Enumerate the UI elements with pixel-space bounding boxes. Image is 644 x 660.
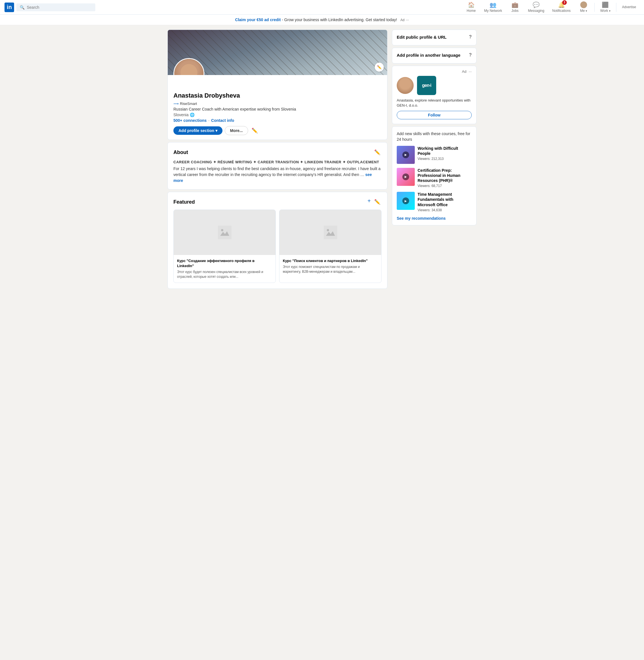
ad-person-avatar xyxy=(397,77,414,94)
notifications-badge: 3 xyxy=(562,0,567,5)
about-header: About ✏️ xyxy=(174,148,382,157)
cover-edit-button[interactable]: ✏️ xyxy=(375,63,384,72)
course-thumb-3: ▶ xyxy=(397,192,415,210)
svg-rect-2 xyxy=(324,226,337,239)
featured-edit-button[interactable]: ✏️ xyxy=(373,198,382,206)
nav-item-notifications[interactable]: 🔔 3 Notifications xyxy=(549,0,574,15)
featured-title: Featured xyxy=(174,199,195,205)
contact-info-link[interactable]: Contact info xyxy=(211,118,234,123)
add-profile-section-button[interactable]: Add profile section ▾ xyxy=(174,127,223,135)
nav-item-advertise[interactable]: Advertise xyxy=(619,4,640,11)
banner-menu-dots[interactable]: ··· xyxy=(406,18,409,22)
ad-follow-button[interactable]: Follow xyxy=(397,111,472,119)
nav-divider-2 xyxy=(616,3,616,12)
search-input[interactable] xyxy=(27,5,92,9)
jobs-icon: 💼 xyxy=(511,1,519,8)
ad-card: Ad ··· gen·i Anastasia, explore relevant… xyxy=(392,66,477,124)
main-column: ✏️ Anastasia Drobysheva ⟿ RiseSmart Russ… xyxy=(167,30,387,289)
edit-profile-label[interactable]: Edit public profile & URL xyxy=(397,35,446,40)
nav-label-advertise: Advertise xyxy=(622,5,636,9)
ad-description: Anastasia, explore relevant opportunitie… xyxy=(397,98,472,108)
add-language-card: Add profile in another language ? xyxy=(392,48,477,64)
course-info-3: Time Management Fundamentals with Micros… xyxy=(418,192,472,212)
about-edit-button[interactable]: ✏️ xyxy=(373,148,382,157)
ad-company-logo-text: gen·i xyxy=(422,83,431,88)
add-section-label: Add profile section xyxy=(179,128,214,133)
edit-pencil-icon: ✏️ xyxy=(252,128,258,133)
avatar-face xyxy=(181,64,198,75)
profile-actions: Add profile section ▾ More... ✏️ xyxy=(174,126,382,135)
profile-title: Russian Career Coach with American exper… xyxy=(174,107,296,111)
nav-item-jobs[interactable]: 💼 Jobs xyxy=(506,0,523,15)
see-recommendations-link[interactable]: See my recommendations xyxy=(397,216,472,221)
search-icon: 🔍 xyxy=(20,5,25,9)
image-placeholder-1 xyxy=(218,226,231,239)
nav-item-messaging[interactable]: 💬 Messaging xyxy=(525,0,548,15)
banner-claim-link[interactable]: Claim your €50 ad credit xyxy=(235,18,281,22)
nav-label-jobs: Jobs xyxy=(511,9,519,13)
play-icon-2: ▶ xyxy=(397,168,415,186)
course-name-3: Time Management Fundamentals with Micros… xyxy=(418,192,472,207)
about-edit-icon: ✏️ xyxy=(374,150,381,155)
profile-card: ✏️ Anastasia Drobysheva ⟿ RiseSmart Russ… xyxy=(167,30,387,140)
course-item-2[interactable]: ▶ Certification Prep: Professional in Hu… xyxy=(397,168,472,188)
course-viewers-1: Viewers: 212,313 xyxy=(418,157,472,161)
profile-location-links: 500+ connections · Contact info xyxy=(174,118,296,123)
featured-grid: Курс "Создание эффективного профиля в Li… xyxy=(174,209,382,283)
svg-point-1 xyxy=(221,229,223,231)
add-language-title: Add profile in another language ? xyxy=(397,52,472,58)
nav-item-home[interactable]: 🏠 Home xyxy=(463,0,480,15)
connections-link[interactable]: 500+ connections xyxy=(174,118,207,123)
nav-item-my-network[interactable]: 👥 My Network xyxy=(481,0,505,15)
nav-item-work[interactable]: ⬛ Work ▾ xyxy=(597,0,614,15)
featured-caption-2: Курс "Поиск клиентов и партнеров в Linke… xyxy=(279,255,381,277)
courses-header: Add new skills with these courses, free … xyxy=(397,131,472,142)
ad-banner: Claim your €50 ad credit - Grow your bus… xyxy=(0,15,644,25)
avatar-image xyxy=(174,59,204,75)
nav-item-me[interactable]: Me ▾ xyxy=(575,0,592,15)
nav-label-work: Work ▾ xyxy=(600,9,611,13)
courses-card: Add new skills with these courses, free … xyxy=(392,127,477,225)
me-avatar xyxy=(580,1,587,8)
globe-icon[interactable]: 🌐 xyxy=(190,113,194,117)
course-thumb-2: ▶ xyxy=(397,168,415,186)
edit-profile-help-icon[interactable]: ? xyxy=(469,35,472,40)
image-placeholder-2 xyxy=(324,226,337,239)
featured-item-2[interactable]: Курс "Поиск клиентов и партнеров в Linke… xyxy=(279,209,382,283)
messaging-icon: 💬 xyxy=(533,1,540,8)
my-network-icon: 👥 xyxy=(489,1,497,8)
course-viewers-3: Viewers: 34,638 xyxy=(418,208,472,212)
course-item-3[interactable]: ▶ Time Management Fundamentals with Micr… xyxy=(397,192,472,212)
linkedin-logo[interactable]: in xyxy=(4,3,14,12)
about-body-text: For 12 years I was helping clients to fi… xyxy=(174,166,381,177)
course-item-1[interactable]: ▶ Working with Difficult People Viewers:… xyxy=(397,146,472,164)
profile-top-row: Anastasia Drobysheva ⟿ RiseSmart Russian… xyxy=(174,92,382,123)
play-icon-1: ▶ xyxy=(397,146,415,164)
home-icon: 🏠 xyxy=(468,1,475,8)
page-layout: ✏️ Anastasia Drobysheva ⟿ RiseSmart Russ… xyxy=(163,30,481,289)
course-thumb-1: ▶ xyxy=(397,146,415,164)
course-info-1: Working with Difficult People Viewers: 2… xyxy=(418,146,472,161)
nav-label-me: Me ▾ xyxy=(580,9,587,13)
course-viewers-2: Viewers: 68,717 xyxy=(418,184,472,188)
course-name-2: Certification Prep: Professional in Huma… xyxy=(418,168,472,183)
risesmart-badge: ⟿ RiseSmart xyxy=(174,101,296,106)
play-circle-1: ▶ xyxy=(402,152,409,158)
featured-item-1[interactable]: Курс "Создание эффективного профиля в Li… xyxy=(174,209,276,283)
location-text: Slovenia xyxy=(174,113,189,117)
featured-icons: + ✏️ xyxy=(367,198,382,206)
profile-info: Anastasia Drobysheva ⟿ RiseSmart Russian… xyxy=(168,75,387,140)
ad-label: Ad xyxy=(462,69,466,74)
cover-photo: ✏️ xyxy=(168,30,387,75)
featured-add-icon[interactable]: + xyxy=(367,198,371,206)
add-language-help-icon[interactable]: ? xyxy=(469,52,472,58)
about-body: For 12 years I was helping clients to fi… xyxy=(174,166,382,184)
nav-label-home: Home xyxy=(467,9,476,13)
ad-menu-dots[interactable]: ··· xyxy=(468,69,472,74)
about-section: About ✏️ CAREER COACHING ✦ RÉSUMÉ WRITIN… xyxy=(167,142,387,189)
search-bar[interactable]: 🔍 xyxy=(16,3,95,11)
play-icon-3: ▶ xyxy=(397,192,415,210)
add-language-label[interactable]: Add profile in another language xyxy=(397,53,460,58)
profile-edit-button[interactable]: ✏️ xyxy=(250,127,259,135)
more-button[interactable]: More... xyxy=(225,126,248,135)
